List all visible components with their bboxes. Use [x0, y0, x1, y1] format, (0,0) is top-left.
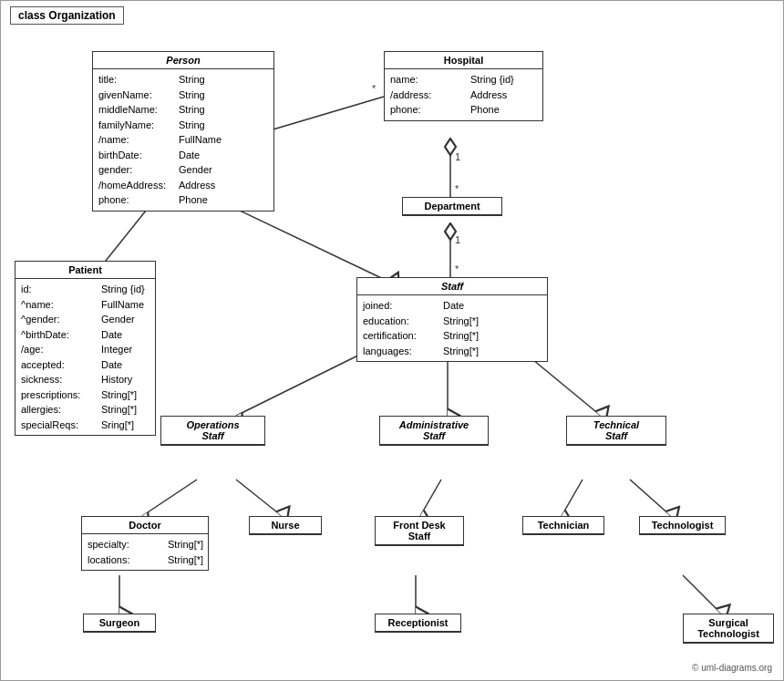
diagram-title: class Organization — [10, 6, 124, 25]
class-person: Person title:String givenName:String mid… — [92, 51, 274, 212]
administrative-staff-header: AdministrativeStaff — [380, 417, 488, 445]
doctor-header: Doctor — [82, 517, 208, 534]
copyright: © uml-diagrams.org — [692, 663, 772, 673]
class-technologist: Technologist — [639, 516, 726, 535]
person-header: Person — [93, 52, 273, 69]
staff-header: Staff — [357, 278, 547, 295]
patient-body: id:String {id} ^name:FullName ^gender:Ge… — [15, 279, 155, 435]
svg-line-16 — [420, 480, 441, 516]
person-body: title:String givenName:String middleName… — [93, 69, 273, 211]
hospital-body: name:String {id} /address:Address phone:… — [385, 69, 542, 120]
hospital-header: Hospital — [385, 52, 542, 69]
svg-line-17 — [562, 480, 583, 516]
patient-header: Patient — [15, 262, 155, 279]
staff-body: joined:Date education:String[*] certific… — [357, 295, 547, 361]
class-hospital: Hospital name:String {id} /address:Addre… — [384, 51, 543, 121]
class-administrative-staff: AdministrativeStaff — [379, 416, 489, 446]
svg-text:*: * — [372, 83, 377, 94]
svg-line-14 — [142, 480, 197, 516]
class-doctor: Doctor specialty:String[*] locations:Str… — [81, 516, 209, 571]
class-surgeon: Surgeon — [83, 614, 156, 633]
surgeon-header: Surgeon — [84, 614, 155, 632]
technical-staff-header: TechnicalStaff — [567, 417, 665, 445]
class-receptionist: Receptionist — [375, 614, 461, 633]
svg-text:*: * — [455, 263, 459, 274]
nurse-header: Nurse — [250, 517, 321, 534]
class-technician: Technician — [522, 516, 604, 535]
receptionist-header: Receptionist — [376, 614, 460, 632]
svg-text:1: 1 — [455, 234, 460, 245]
front-desk-staff-header: Front DeskStaff — [376, 517, 463, 545]
technologist-header: Technologist — [640, 517, 725, 534]
svg-line-18 — [630, 480, 671, 516]
doctor-body: specialty:String[*] locations:String[*] — [82, 534, 208, 570]
class-staff: Staff joined:Date education:String[*] ce… — [356, 277, 548, 362]
svg-line-21 — [683, 575, 721, 614]
class-surgical-technologist: SurgicalTechnologist — [683, 614, 774, 644]
surgical-technologist-header: SurgicalTechnologist — [684, 614, 773, 643]
svg-line-15 — [236, 480, 282, 516]
svg-text:1: 1 — [455, 151, 460, 162]
department-header: Department — [403, 198, 501, 215]
class-operations-staff: OperationsStaff — [160, 416, 265, 446]
diagram-container: class Organization * * 1 * — [0, 0, 784, 681]
svg-text:*: * — [455, 183, 459, 194]
svg-line-0 — [261, 97, 384, 133]
class-nurse: Nurse — [249, 516, 322, 535]
class-patient: Patient id:String {id} ^name:FullName ^g… — [15, 261, 156, 436]
operations-staff-header: OperationsStaff — [161, 417, 264, 445]
class-front-desk-staff: Front DeskStaff — [375, 516, 464, 546]
technician-header: Technician — [523, 517, 603, 534]
class-technical-staff: TechnicalStaff — [566, 416, 666, 446]
class-department: Department — [402, 197, 502, 216]
